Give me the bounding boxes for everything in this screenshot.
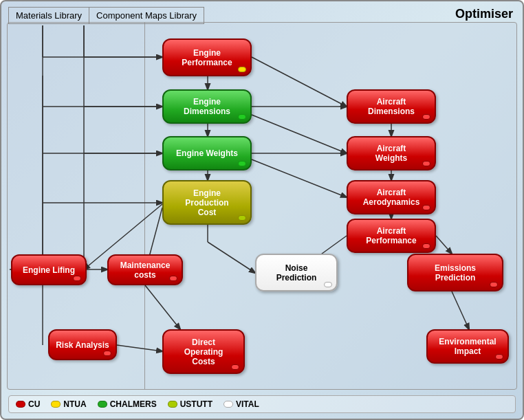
materials-library-label: Materials Library <box>8 7 89 24</box>
direct-operating-costs-node[interactable]: DirectOperatingCosts <box>162 329 245 374</box>
direct-operating-costs-indicator <box>231 364 239 370</box>
legend-item-ustutt: USTUTT <box>168 399 212 409</box>
optimiser-title: Optimiser <box>455 7 513 21</box>
legend-item-cu: CU <box>16 399 40 409</box>
engine-weights-indicator <box>238 161 246 166</box>
legend-item-chalmers: CHALMERS <box>98 399 157 409</box>
engine-production-cost-indicator <box>238 215 246 221</box>
aircraft-aerodynamics-indicator <box>422 205 430 210</box>
emissions-prediction-indicator <box>490 282 498 287</box>
emissions-prediction-node[interactable]: EmissionsPrediction <box>407 254 503 291</box>
noise-prediction-indicator <box>324 282 332 287</box>
top-labels: Materials Library Component Maps Library <box>8 7 516 24</box>
aircraft-dimensions-indicator <box>422 114 430 120</box>
aircraft-weights-indicator <box>422 161 430 166</box>
section-divider <box>144 22 145 390</box>
maintenance-costs-indicator <box>169 276 177 281</box>
aircraft-weights-node[interactable]: AircraftWeights <box>347 136 436 170</box>
legend-dot-chalmers <box>98 401 107 408</box>
risk-analysis-indicator <box>103 351 111 356</box>
legend-dot-ntua <box>51 401 61 408</box>
engine-performance-indicator <box>238 67 246 72</box>
environmental-impact-node[interactable]: EnvironmentalImpact <box>426 329 509 364</box>
engine-dimensions-indicator <box>238 114 246 120</box>
environmental-impact-indicator <box>495 354 503 360</box>
risk-analysis-node[interactable]: Risk Analysis <box>48 329 117 360</box>
engine-lifing-indicator <box>73 276 81 281</box>
main-container: Materials Library Component Maps Library… <box>0 0 524 420</box>
maintenance-costs-node[interactable]: Maintenancecosts <box>107 254 183 285</box>
legend: CU NTUA CHALMERS USTUTT VITAL <box>8 395 516 413</box>
legend-dot-cu <box>16 401 25 408</box>
aircraft-aerodynamics-node[interactable]: AircraftAerodynamics <box>347 180 436 214</box>
engine-performance-node[interactable]: Engine Performance <box>162 38 252 76</box>
legend-dot-ustutt <box>168 401 177 408</box>
aircraft-performance-indicator <box>422 243 430 249</box>
noise-prediction-node[interactable]: NoisePrediction <box>255 254 338 291</box>
legend-item-ntua: NTUA <box>51 399 86 409</box>
engine-production-cost-node[interactable]: EngineProductionCost <box>162 180 252 225</box>
engine-lifing-node[interactable]: Engine Lifing <box>11 254 87 285</box>
engine-dimensions-node[interactable]: EngineDimensions <box>162 89 252 124</box>
component-maps-label: Component Maps Library <box>89 7 204 24</box>
legend-item-vital: VITAL <box>223 399 259 409</box>
aircraft-dimensions-node[interactable]: AircraftDimensions <box>347 89 436 124</box>
legend-dot-vital <box>223 401 233 408</box>
aircraft-performance-node[interactable]: AircraftPerformance <box>347 219 436 253</box>
engine-weights-node[interactable]: Engine Weights <box>162 136 252 170</box>
